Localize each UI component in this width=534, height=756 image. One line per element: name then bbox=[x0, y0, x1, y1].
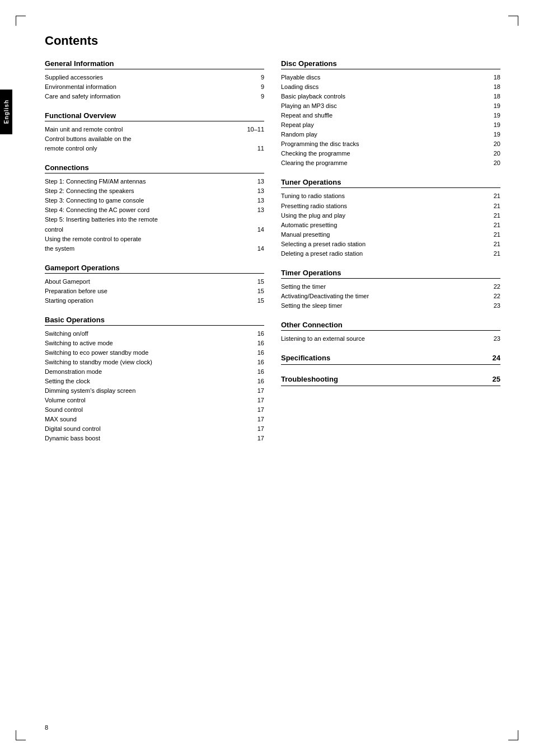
list-item: Switching to eco power standby mode 16 bbox=[45, 348, 264, 358]
language-label: English bbox=[3, 100, 10, 124]
section-title-functional-overview: Functional Overview bbox=[45, 111, 264, 121]
list-item: Using the plug and play 21 bbox=[281, 211, 500, 220]
list-item: Playing an MP3 disc 19 bbox=[281, 101, 500, 111]
list-item: Setting the clock 16 bbox=[45, 377, 264, 386]
list-item: control 14 bbox=[45, 225, 264, 234]
list-item: Control buttons available on the bbox=[45, 134, 264, 144]
list-item: Random play 19 bbox=[281, 130, 500, 139]
list-item: Step 1: Connecting FM/AM antennas 13 bbox=[45, 177, 264, 186]
list-item: Setting the timer 22 bbox=[281, 282, 500, 292]
list-item: MAX sound 17 bbox=[45, 415, 264, 424]
list-item: Playable discs 18 bbox=[281, 73, 500, 82]
section-basic-operations: Basic Operations Switching on/off 16 Swi… bbox=[45, 316, 264, 444]
list-item: Repeat and shuffle 19 bbox=[281, 111, 500, 120]
list-item: Environmental information 9 bbox=[45, 82, 264, 92]
left-column: General Information Supplied accessories… bbox=[45, 59, 264, 453]
list-item: Dimming system's display screen 17 bbox=[45, 386, 264, 396]
list-item: Preparation before use 15 bbox=[45, 287, 264, 296]
list-item: Step 5: Inserting batteries into the rem… bbox=[45, 215, 264, 224]
section-title-connections: Connections bbox=[45, 163, 264, 173]
list-item: Main unit and remote control 10–11 bbox=[45, 125, 264, 134]
section-disc-operations: Disc Operations Playable discs 18 Loadin… bbox=[281, 59, 500, 168]
list-item: Switching on/off 16 bbox=[45, 329, 264, 339]
list-item: Loading discs 18 bbox=[281, 82, 500, 92]
list-item: Manual presetting 21 bbox=[281, 230, 500, 240]
troubleshooting-line: Troubleshooting 25 bbox=[281, 375, 500, 386]
list-item: the system 14 bbox=[45, 244, 264, 253]
list-item: Checking the programme 20 bbox=[281, 149, 500, 158]
list-item: Demonstration mode 16 bbox=[45, 367, 264, 377]
list-item: Starting operation 15 bbox=[45, 296, 264, 306]
right-column: Disc Operations Playable discs 18 Loadin… bbox=[281, 59, 500, 453]
list-item: Step 2: Connecting the speakers 13 bbox=[45, 186, 264, 196]
page-number: 8 bbox=[45, 724, 48, 731]
section-functional-overview: Functional Overview Main unit and remote… bbox=[45, 111, 264, 153]
content-columns: General Information Supplied accessories… bbox=[45, 59, 500, 453]
section-title-basic-operations: Basic Operations bbox=[45, 316, 264, 326]
section-title-timer-operations: Timer Operations bbox=[281, 269, 500, 279]
corner-mark-tl bbox=[16, 16, 26, 26]
list-item: Care and safety information 9 bbox=[45, 92, 264, 101]
list-item: Dynamic bass boost 17 bbox=[45, 434, 264, 443]
section-gameport-operations: Gameport Operations About Gameport 15 Pr… bbox=[45, 264, 264, 306]
corner-mark-br bbox=[508, 730, 518, 740]
corner-mark-tr bbox=[508, 16, 518, 26]
section-title-tuner-operations: Tuner Operations bbox=[281, 178, 500, 188]
page: English Contents General Information Sup… bbox=[0, 0, 534, 756]
list-item: Tuning to radio stations 21 bbox=[281, 191, 500, 201]
section-title-other-connection: Other Connection bbox=[281, 321, 500, 331]
list-item: Switching to standby mode (view clock) 1… bbox=[45, 358, 264, 367]
list-item: Supplied accessories 9 bbox=[45, 73, 264, 82]
list-item: Sound control 17 bbox=[45, 405, 264, 415]
section-tuner-operations: Tuner Operations Tuning to radio station… bbox=[281, 178, 500, 258]
list-item: Activating/Deactivating the timer 22 bbox=[281, 292, 500, 301]
list-item: Automatic presetting 21 bbox=[281, 220, 500, 230]
section-title-gameport-operations: Gameport Operations bbox=[45, 264, 264, 274]
list-item: Clearing the programme 20 bbox=[281, 158, 500, 168]
specifications-line: Specifications 24 bbox=[281, 354, 500, 365]
list-item: Using the remote control to operate bbox=[45, 234, 264, 244]
section-troubleshooting: Troubleshooting 25 bbox=[281, 375, 500, 386]
list-item: Setting the sleep timer 23 bbox=[281, 301, 500, 311]
list-item: Listening to an external source 23 bbox=[281, 334, 500, 344]
section-general-information: General Information Supplied accessories… bbox=[45, 59, 264, 101]
list-item: Deleting a preset radio station 21 bbox=[281, 249, 500, 259]
list-item: Digital sound control 17 bbox=[45, 424, 264, 434]
list-item: Step 4: Connecting the AC power cord 13 bbox=[45, 205, 264, 215]
section-title-disc-operations: Disc Operations bbox=[281, 59, 500, 69]
corner-mark-bl bbox=[16, 730, 26, 740]
list-item: Repeat play 19 bbox=[281, 120, 500, 130]
list-item: Presetting radio stations 21 bbox=[281, 201, 500, 211]
section-other-connection: Other Connection Listening to an externa… bbox=[281, 321, 500, 344]
page-title: Contents bbox=[45, 34, 500, 48]
list-item: About Gameport 15 bbox=[45, 277, 264, 287]
section-connections: Connections Step 1: Connecting FM/AM ant… bbox=[45, 163, 264, 253]
list-item: remote control only 11 bbox=[45, 144, 264, 153]
section-timer-operations: Timer Operations Setting the timer 22 Ac… bbox=[281, 269, 500, 311]
list-item: Basic playback controls 18 bbox=[281, 92, 500, 101]
list-item: Volume control 17 bbox=[45, 396, 264, 405]
list-item: Step 3: Connecting to game console 13 bbox=[45, 196, 264, 205]
section-title-general-information: General Information bbox=[45, 59, 264, 69]
language-tab: English bbox=[0, 90, 12, 134]
section-specifications: Specifications 24 bbox=[281, 354, 500, 365]
list-item: Programming the disc tracks 20 bbox=[281, 139, 500, 149]
list-item: Switching to active mode 16 bbox=[45, 339, 264, 348]
list-item: Selecting a preset radio station 21 bbox=[281, 240, 500, 249]
